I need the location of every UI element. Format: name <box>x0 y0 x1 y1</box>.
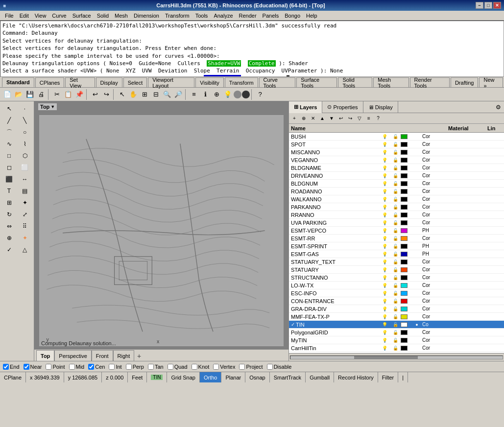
layer-lock-icon[interactable]: 🔓 <box>390 236 401 241</box>
menu-item-transform[interactable]: Transform <box>162 12 192 20</box>
snap-button[interactable]: ⊕ <box>211 89 222 100</box>
osnap-tool[interactable]: ⊕ <box>2 233 17 243</box>
point-tool[interactable]: · <box>18 103 32 114</box>
layer-lock-icon[interactable]: 🔓 <box>390 299 401 304</box>
snap-checkbox-mid[interactable] <box>69 364 75 370</box>
toolbar-tab-visibility[interactable]: Visibility <box>195 77 224 87</box>
layer-visible-icon[interactable]: 💡 <box>379 275 390 280</box>
snap-checkbox-disable[interactable] <box>267 364 273 370</box>
filter-button[interactable]: Filter <box>378 372 398 382</box>
panel-tab-display[interactable]: 🖥 Display <box>363 101 398 113</box>
record-history-button[interactable]: Record History <box>334 372 378 382</box>
layer-row[interactable]: MISCANNO💡🔓Cor <box>289 148 504 156</box>
layer-color-swatch[interactable] <box>401 283 408 288</box>
layer-color-swatch[interactable] <box>401 150 408 155</box>
zoom-in-button[interactable]: 🔍 <box>162 89 172 100</box>
dim-tool[interactable]: ↔ <box>18 174 32 185</box>
zoom-out-button[interactable]: 🔎 <box>173 89 184 100</box>
vp-tab-top[interactable]: Top <box>36 350 54 361</box>
layer-lock-icon[interactable]: 🔓 <box>390 181 401 186</box>
polyline-tool[interactable]: ╲ <box>18 115 32 126</box>
rect-tool[interactable]: □ <box>2 150 17 161</box>
zoom-sel-button[interactable]: ⊟ <box>150 89 161 100</box>
layer-visible-icon[interactable]: 💡 <box>379 291 390 296</box>
vp-tab-front[interactable]: Front <box>92 350 113 361</box>
layer-visible-icon[interactable]: 💡 <box>379 314 390 319</box>
layer-color-swatch[interactable] <box>401 189 408 194</box>
layer-visible-icon[interactable]: 💡 <box>379 252 390 257</box>
layer-row[interactable]: STATUARY_TEXT💡🔓Cor <box>289 258 504 266</box>
settings-button[interactable]: ≡ <box>364 114 373 123</box>
layer-lock-icon[interactable]: 🔓 <box>390 134 401 139</box>
move-tool[interactable]: ✦ <box>18 197 32 208</box>
smarttrack-button[interactable]: SmartTrack <box>270 372 306 382</box>
gumball-tool[interactable]: ✦ <box>18 233 32 243</box>
layer-color-swatch[interactable] <box>401 346 408 351</box>
save-button[interactable]: 💾 <box>24 89 35 100</box>
layer-lock-icon[interactable]: 🔓 <box>390 166 401 170</box>
curve-tool[interactable]: ∿ <box>2 139 17 149</box>
layer-visible-icon[interactable]: 💡 <box>379 220 390 225</box>
transform-tool[interactable]: ⊞ <box>2 197 17 208</box>
open-button[interactable]: 📂 <box>13 89 24 100</box>
redo-layer-button[interactable]: ↪ <box>346 114 355 123</box>
layer-color-swatch[interactable] <box>401 197 408 202</box>
pan-button[interactable]: ✋ <box>128 89 139 100</box>
surface-tool[interactable]: ◻ <box>2 162 17 173</box>
layer-color-swatch[interactable] <box>401 158 408 163</box>
layer-color-swatch[interactable] <box>401 314 408 319</box>
layer-lock-icon[interactable]: 🔓 <box>390 346 401 351</box>
layer-lock-icon[interactable]: 🔓 <box>390 283 401 288</box>
delete-layer-button[interactable]: ✕ <box>309 114 317 123</box>
snap-checkbox-quad[interactable] <box>168 364 173 370</box>
toolbar-tab-solid-tools[interactable]: Solid Tools <box>338 77 372 87</box>
menu-item-view[interactable]: View <box>32 12 49 20</box>
menu-item-tools[interactable]: Tools <box>192 12 211 20</box>
layer-visible-icon[interactable]: 💡 <box>379 322 390 327</box>
menu-item-curve[interactable]: Curve <box>49 12 69 20</box>
layer-row[interactable]: ROADANNO💡🔓Cor <box>289 188 504 195</box>
solid-tool[interactable]: ⬜ <box>18 162 32 173</box>
toolbar-tab-surface-tools[interactable]: Surface Tools <box>296 77 337 87</box>
layer-row[interactable]: BLDGNUM💡🔓Cor <box>289 180 504 188</box>
layer-color-swatch[interactable] <box>401 299 408 304</box>
layer-color-swatch[interactable] <box>401 228 408 233</box>
hatch-tool[interactable]: ▤ <box>18 186 32 196</box>
layer-row[interactable]: STATUARY💡🔓Cor <box>289 266 504 274</box>
snap-checkbox-tan[interactable] <box>148 364 154 370</box>
layer-color-swatch[interactable] <box>401 205 408 210</box>
layer-lock-icon[interactable]: 🔓 <box>390 267 401 272</box>
layer-color-swatch[interactable] <box>401 330 408 335</box>
snap-checkbox-knot[interactable] <box>192 364 197 370</box>
undo-button[interactable]: ↩ <box>90 89 100 100</box>
layer-row[interactable]: ✓ TIN💡🔓●Co <box>289 321 504 329</box>
layer-visible-icon[interactable]: 💡 <box>379 338 390 343</box>
layer-color-swatch[interactable] <box>401 291 408 296</box>
layer-color-swatch[interactable] <box>401 267 408 272</box>
layer-visible-icon[interactable]: 💡 <box>379 307 390 311</box>
menu-item-edit[interactable]: Edit <box>17 12 32 20</box>
layer-lock-icon[interactable]: 🔓 <box>390 150 401 155</box>
mirror-tool[interactable]: ⇔ <box>2 221 17 232</box>
toolbar-tab-cplanes[interactable]: CPlanes <box>35 77 65 87</box>
paste-button[interactable]: 📌 <box>74 89 85 100</box>
layer-button[interactable]: ≡ <box>189 89 199 100</box>
layer-lock-icon[interactable]: 🔓 <box>390 197 401 202</box>
layer-row[interactable]: STRUCTANNO💡🔓Cor <box>289 274 504 282</box>
layer-row[interactable]: DRIVEANNO💡🔓Cor <box>289 172 504 180</box>
layer-visible-icon[interactable]: 💡 <box>379 173 390 178</box>
layer-lock-icon[interactable]: 🔓 <box>390 314 401 319</box>
array-tool[interactable]: ⠿ <box>18 221 32 232</box>
layer-visible-icon[interactable]: 💡 <box>379 181 390 186</box>
layer-color-swatch[interactable] <box>401 213 408 217</box>
arc-tool[interactable]: ⌒ <box>2 127 17 138</box>
select-tool[interactable]: ↖ <box>2 103 17 114</box>
layer-lock-icon[interactable]: 🔓 <box>390 338 401 343</box>
close-button[interactable]: ✕ <box>493 2 501 9</box>
layer-row[interactable]: CarrHillTin💡🔓Cor <box>289 344 504 352</box>
layer-visible-icon[interactable]: 💡 <box>379 134 390 139</box>
help-button[interactable]: ? <box>255 89 265 100</box>
polygon-tool[interactable]: ⬡ <box>18 150 32 161</box>
layer-row[interactable]: ESMT-RR💡🔓Cor <box>289 235 504 242</box>
ortho-button[interactable]: Ortho <box>200 372 222 382</box>
